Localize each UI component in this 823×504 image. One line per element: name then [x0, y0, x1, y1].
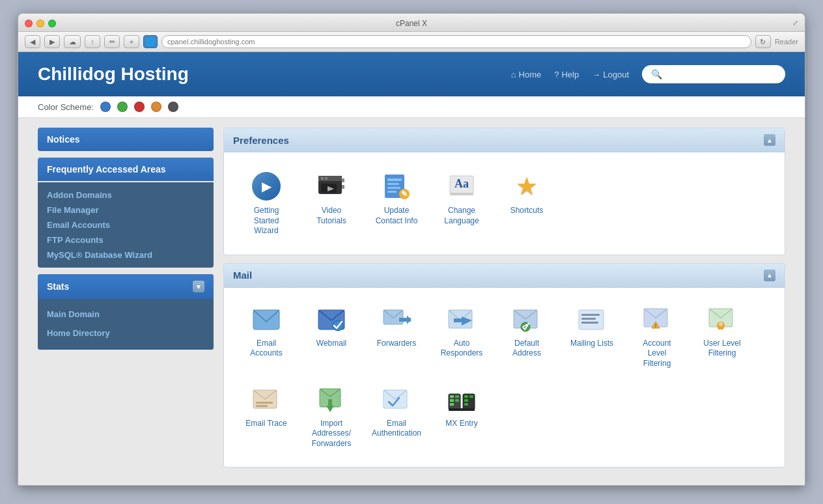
- svg-marker-24: [407, 315, 411, 324]
- stats-main-domain-label: Main Domain: [47, 305, 204, 320]
- help-link[interactable]: ? Help: [554, 70, 579, 79]
- svg-rect-33: [581, 322, 598, 324]
- address-text: cpanel.chillidoghosting.com: [167, 38, 255, 46]
- browser-title: cPanel X: [396, 19, 427, 28]
- mx-entry-svg: [447, 389, 476, 412]
- color-dot-blue[interactable]: [100, 102, 111, 112]
- color-dot-orange[interactable]: [151, 102, 161, 112]
- main-panel: Preferences ▲ ▶ Getting Started Wizard: [223, 128, 785, 475]
- link-mysql-wizard[interactable]: MySQL® Database Wizard: [47, 247, 204, 262]
- address-bar[interactable]: cpanel.chillidoghosting.com: [161, 35, 751, 48]
- svg-rect-31: [581, 314, 600, 316]
- mx-entry-label: MX Entry: [445, 419, 477, 429]
- default-address-label: Default Address: [503, 339, 551, 359]
- contact-label: Update Contact Info: [372, 206, 421, 226]
- link-ftp-accounts[interactable]: FTP Accounts: [47, 232, 204, 247]
- video-tutorials-label: Video Tutorials: [307, 206, 356, 226]
- svg-rect-41: [256, 402, 273, 404]
- pref-item-contact[interactable]: ✎ Update Contact Info: [367, 165, 426, 242]
- mail-item-import[interactable]: Import Addresses/ Forwarders: [302, 381, 361, 455]
- main-content: Notices Frequently Accessed Areas Addon …: [18, 118, 805, 485]
- mail-item-webmail[interactable]: Webmail: [302, 301, 361, 374]
- mail-item-email-auth[interactable]: Email Authentication: [367, 381, 426, 455]
- user-filter-svg: [708, 307, 736, 333]
- preferences-section: Preferences ▲ ▶ Getting Started Wizard: [223, 128, 785, 255]
- back-button[interactable]: ◀: [25, 35, 40, 48]
- default-addr-svg: [512, 309, 541, 332]
- tools-button[interactable]: ✏: [104, 35, 120, 48]
- star-icon: ★: [516, 172, 538, 201]
- reload-button[interactable]: ↻: [755, 35, 771, 48]
- mail-item-user-filtering[interactable]: User Level Filtering: [693, 301, 751, 374]
- svg-rect-49: [450, 399, 454, 402]
- reader-button[interactable]: Reader: [775, 38, 798, 46]
- search-icon: 🔍: [651, 69, 662, 79]
- preferences-header: Preferences ▲: [224, 128, 785, 152]
- search-box[interactable]: 🔍: [642, 65, 785, 83]
- user-filtering-icon: [708, 306, 736, 335]
- mailing-lists-icon: [578, 306, 606, 335]
- mail-item-account-filtering[interactable]: ! Account Level Filtering: [628, 301, 686, 374]
- home-link[interactable]: ⌂ Home: [511, 70, 542, 79]
- stats-label: Stats: [47, 281, 69, 292]
- svg-rect-18: [450, 193, 473, 195]
- email-accounts-label: Email Accounts: [242, 339, 290, 359]
- color-dot-gray[interactable]: [168, 102, 178, 112]
- svg-rect-10: [387, 178, 402, 181]
- mail-item-default-address[interactable]: Default Address: [497, 301, 556, 374]
- email-auth-icon: [382, 386, 411, 415]
- sidebar: Notices Frequently Accessed Areas Addon …: [38, 128, 214, 475]
- forwarders-icon: [382, 306, 411, 335]
- link-file-manager[interactable]: File Manager: [47, 203, 204, 217]
- pref-item-video-tutorials[interactable]: Video Tutorials: [302, 165, 361, 242]
- share-button[interactable]: ↑: [85, 35, 100, 48]
- video-tutorials-icon: [316, 171, 347, 202]
- svg-rect-7: [342, 185, 344, 189]
- svg-rect-12: [387, 187, 400, 189]
- pref-item-language[interactable]: Aa Change Language: [432, 165, 491, 242]
- notices-label: Notices: [47, 134, 80, 145]
- mail-item-email-trace[interactable]: Email Trace: [237, 381, 296, 455]
- maximize-button[interactable]: [48, 20, 56, 27]
- mail-item-autoresponders[interactable]: Auto Responders: [432, 301, 491, 374]
- svg-text:Aa: Aa: [454, 177, 469, 190]
- pref-item-getting-started[interactable]: ▶ Getting Started Wizard: [237, 165, 296, 242]
- mail-item-mailing-lists[interactable]: Mailing Lists: [563, 301, 621, 374]
- close-button[interactable]: [25, 20, 33, 27]
- svg-rect-56: [464, 403, 468, 406]
- minimize-button[interactable]: [36, 20, 44, 27]
- user-filtering-label: User Level Filtering: [698, 339, 746, 359]
- color-dot-red[interactable]: [134, 102, 145, 112]
- mail-item-mx-entry[interactable]: MX Entry: [432, 381, 491, 455]
- import-label: Import Addresses/ Forwarders: [307, 419, 356, 449]
- browser-titlebar: cPanel X ⤢: [18, 14, 805, 32]
- notices-header: Notices: [38, 128, 214, 151]
- language-label: Change Language: [438, 206, 486, 226]
- stats-home-dir-label: Home Directory: [47, 324, 204, 339]
- logout-link[interactable]: → Logout: [592, 70, 629, 79]
- link-email-accounts[interactable]: Email Accounts: [47, 217, 204, 232]
- webmail-icon: [317, 306, 346, 335]
- svg-rect-52: [455, 399, 459, 402]
- cloud-button[interactable]: ☁: [64, 35, 81, 48]
- email-auth-svg: [382, 389, 411, 412]
- account-filtering-icon: !: [643, 306, 671, 335]
- add-tab-button[interactable]: +: [124, 35, 139, 48]
- faa-links: Addon Domains File Manager Email Account…: [38, 182, 214, 268]
- svg-rect-51: [455, 395, 459, 398]
- stats-body: Main Domain Home Directory: [38, 299, 214, 350]
- link-addon-domains[interactable]: Addon Domains: [47, 188, 204, 203]
- forwarders-label: Forwarders: [377, 339, 417, 349]
- stats-toggle[interactable]: ▼: [193, 281, 204, 292]
- app-header: Chillidog Hosting ⌂ Home ? Help → Logout…: [18, 52, 805, 96]
- mail-toggle[interactable]: ▲: [764, 270, 775, 281]
- forward-button[interactable]: ▶: [44, 35, 60, 48]
- mail-item-forwarders[interactable]: Forwarders: [367, 301, 426, 374]
- preferences-toggle[interactable]: ▲: [764, 134, 775, 146]
- mail-item-email-accounts[interactable]: Email Accounts: [237, 301, 296, 374]
- webmail-svg: [317, 309, 346, 332]
- shortcuts-label: Shortcuts: [510, 206, 544, 216]
- pref-item-shortcuts[interactable]: ★ Shortcuts: [497, 165, 556, 242]
- color-dot-green[interactable]: [117, 102, 128, 112]
- search-input[interactable]: [666, 70, 776, 79]
